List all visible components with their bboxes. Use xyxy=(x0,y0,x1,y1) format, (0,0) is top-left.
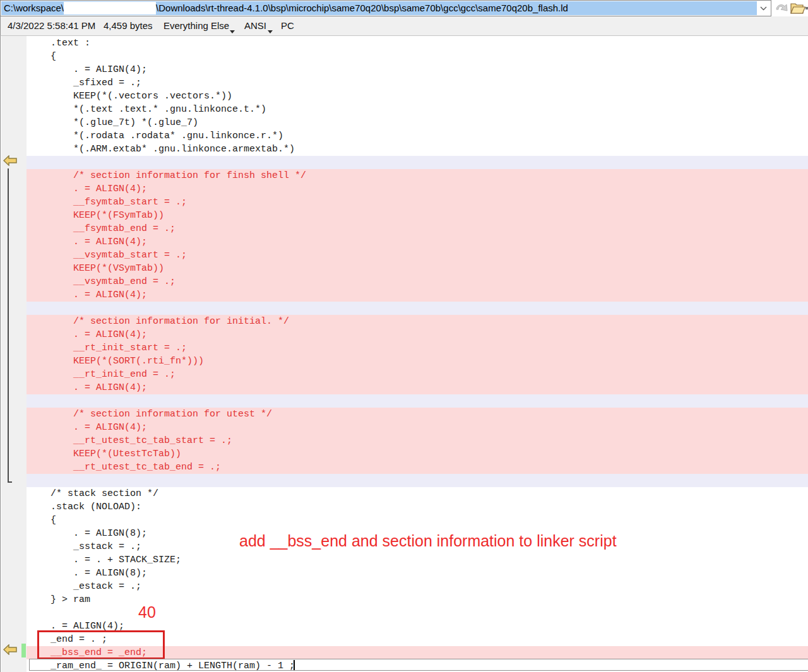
code-line: __rt_utest_tc_tab_end = .; xyxy=(27,461,808,474)
code-line xyxy=(27,302,808,315)
code-line: *(.ARM.extab* .gnu.linkonce.armextab.*) xyxy=(27,143,808,156)
change-marker-gutter xyxy=(1,36,27,672)
code-line: . = ALIGN(4); xyxy=(27,288,808,302)
change-indicator-bar xyxy=(21,644,26,657)
path-dropdown-button[interactable] xyxy=(757,1,770,15)
filter-dropdown-label[interactable]: Everything Else xyxy=(163,16,229,35)
path-redaction-box xyxy=(64,2,156,15)
path-input[interactable]: C:\workspace\\Downloads\rt-thread-4.1.0\… xyxy=(0,0,771,16)
file-viewer-content[interactable]: .text : { . = ALIGN(4); _sfixed = .; KEE… xyxy=(0,36,808,672)
browse-folder-button[interactable] xyxy=(790,1,805,15)
code-line: .stack (NOLOAD): xyxy=(27,500,808,514)
history-button[interactable] xyxy=(775,1,789,14)
annotation-line-number: 40 xyxy=(138,604,156,620)
file-info-toolbar: 4/3/2022 5:58:41 PM 4,459 bytes Everythi… xyxy=(0,16,808,36)
caret-down-icon xyxy=(230,30,235,33)
code-line: . = . + STACK_SIZE; xyxy=(27,553,808,567)
folder-icon xyxy=(790,1,805,15)
code-line: _sfixed = .; xyxy=(27,76,808,90)
code-line: . = ALIGN(4); xyxy=(27,235,808,249)
code-line: __vsymtab_end = .; xyxy=(27,275,808,288)
code-line: *(.text .text.* .gnu.linkonce.t.*) xyxy=(27,103,808,116)
code-line: *(.glue_7t) *(.glue_7) xyxy=(27,116,808,129)
code-line: /* section information for initial. */ xyxy=(27,315,808,328)
code-line: KEEP(*(UtestTcTab)) xyxy=(27,447,808,461)
code-line xyxy=(27,394,808,408)
code-line: { xyxy=(27,50,808,63)
code-lines: .text : { . = ALIGN(4); _sfixed = .; KEE… xyxy=(27,36,808,672)
path-bar: C:\workspace\\Downloads\rt-thread-4.1.0\… xyxy=(0,0,808,16)
caret-down-icon xyxy=(268,30,273,33)
line-ending-label: PC xyxy=(281,16,294,35)
code-line: __rt_init_end = .; xyxy=(27,368,808,381)
annotation-note: add __bss_end and section information to… xyxy=(239,532,617,550)
code-line: __rt_utest_tc_tab_start = .; xyxy=(27,434,808,447)
file-date: 4/3/2022 5:58:41 PM xyxy=(8,16,95,35)
code-line: _estack = .; xyxy=(27,580,808,593)
change-marker-arrow-icon[interactable] xyxy=(3,644,17,655)
code-line: . = ALIGN(4); xyxy=(27,63,808,76)
code-line: __fsymtab_start = .; xyxy=(27,196,808,209)
code-line xyxy=(27,156,808,169)
code-line: . = ALIGN(4); xyxy=(27,328,808,341)
clipped-edge-icon xyxy=(805,7,808,9)
change-region-bracket xyxy=(8,168,12,483)
annotation-highlight-box xyxy=(37,630,165,659)
encoding-dropdown-label[interactable]: ANSI xyxy=(244,16,266,35)
text-caret xyxy=(294,660,295,670)
change-marker-arrow-icon[interactable] xyxy=(3,155,17,166)
current-line-box xyxy=(29,659,808,671)
code-line: __vsymtab_start = .; xyxy=(27,249,808,262)
code-line: . = ALIGN(4); xyxy=(27,182,808,196)
path-selected-text: C:\workspace\\Downloads\rt-thread-4.1.0\… xyxy=(1,1,758,15)
code-line: /* section information for finsh shell *… xyxy=(27,169,808,182)
curved-arrow-icon xyxy=(775,1,789,14)
file-size: 4,459 bytes xyxy=(104,16,153,35)
code-line: KEEP(*(VSymTab)) xyxy=(27,262,808,275)
code-line: . = ALIGN(8); xyxy=(27,567,808,580)
chevron-down-icon xyxy=(760,6,767,11)
code-line: .text : xyxy=(27,37,808,50)
code-line: *(.rodata .rodata* .gnu.linkonce.r.*) xyxy=(27,129,808,143)
encoding-dropdown-button[interactable] xyxy=(268,25,273,36)
code-line: KEEP(*(FSymTab)) xyxy=(27,209,808,222)
code-line: . = ALIGN(4); xyxy=(27,381,808,394)
code-line xyxy=(27,474,808,487)
code-line: KEEP(*(SORT(.rti_fn*))) xyxy=(27,355,808,368)
code-line: /* section information for utest */ xyxy=(27,408,808,421)
code-line: { xyxy=(27,514,808,527)
path-suffix: \Downloads\rt-thread-4.1.0\bsp\microchip… xyxy=(156,3,568,13)
code-line: KEEP(*(.vectors .vectors.*)) xyxy=(27,90,808,103)
path-prefix: C:\workspace\ xyxy=(4,3,64,13)
code-line: . = ALIGN(4); xyxy=(27,421,808,434)
code-line: __rt_init_start = .; xyxy=(27,341,808,355)
code-line: /* stack section */ xyxy=(27,487,808,500)
filter-dropdown-button[interactable] xyxy=(230,25,235,36)
code-line: __fsymtab_end = .; xyxy=(27,222,808,235)
